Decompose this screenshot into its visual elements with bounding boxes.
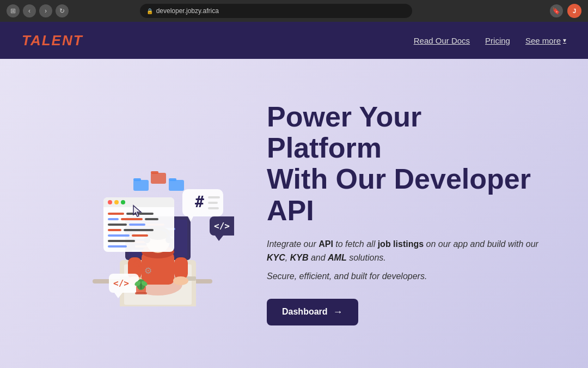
browser-right-controls: 🔖 J — [550, 4, 581, 18]
svg-point-29 — [121, 200, 125, 204]
hero-tagline: Secure, efficient, and built for develop… — [267, 272, 539, 281]
hero-content: Power Your Platform With Our Developer A… — [267, 101, 539, 325]
lock-icon: 🔒 — [146, 8, 153, 14]
svg-rect-34 — [145, 218, 158, 220]
logo[interactable]: TALENT — [22, 32, 83, 49]
svg-rect-30 — [108, 213, 124, 215]
hero-section: # </> </> ⚙ ⚙ — [0, 59, 588, 368]
svg-rect-40 — [132, 234, 148, 237]
hero-description: Integrate our API to fetch all job listi… — [267, 237, 539, 265]
chevron-down-icon: ▾ — [563, 37, 566, 44]
browser-chrome: ⊞ ‹ › ↻ 🔒 developer.jobzy.africa 🔖 J — [0, 0, 588, 22]
reload-button[interactable]: ↻ — [56, 4, 69, 17]
svg-point-28 — [114, 200, 119, 204]
dashboard-button[interactable]: Dashboard → — [267, 299, 358, 325]
svg-rect-33 — [121, 218, 143, 220]
svg-marker-54 — [215, 236, 223, 241]
dashboard-label: Dashboard — [282, 307, 328, 317]
see-more-link[interactable]: See more ▾ — [525, 36, 566, 45]
svg-rect-21 — [174, 257, 188, 279]
svg-rect-45 — [208, 196, 220, 198]
svg-text:⚙: ⚙ — [144, 266, 152, 275]
svg-point-23 — [173, 276, 188, 285]
forward-button[interactable]: › — [39, 4, 52, 17]
navbar: TALENT Read Our Docs Pricing See more ▾ — [0, 22, 588, 59]
svg-rect-68 — [169, 178, 176, 181]
svg-rect-47 — [208, 207, 219, 209]
svg-text:⚙: ⚙ — [132, 256, 143, 270]
svg-rect-65 — [151, 173, 166, 184]
svg-text:</>: </> — [113, 278, 129, 288]
svg-text:</>: </> — [214, 221, 230, 231]
svg-rect-39 — [108, 234, 130, 237]
svg-rect-46 — [208, 202, 218, 204]
hero-title: Power Your Platform With Our Developer A… — [267, 101, 539, 226]
arrow-right-icon: → — [333, 306, 343, 318]
svg-rect-67 — [169, 180, 184, 191]
svg-rect-58 — [135, 292, 147, 294]
svg-rect-32 — [108, 218, 119, 220]
svg-text:#: # — [195, 193, 204, 211]
bookmark-button[interactable]: 🔖 — [550, 4, 563, 17]
svg-rect-35 — [108, 224, 127, 226]
svg-rect-31 — [126, 213, 154, 215]
svg-rect-26 — [103, 203, 174, 207]
read-docs-link[interactable]: Read Our Docs — [414, 36, 470, 45]
hero-illustration: # </> </> ⚙ ⚙ — [49, 121, 234, 306]
browser-controls: ⊞ ‹ › ↻ — [7, 4, 69, 17]
url-text: developer.jobzy.africa — [156, 7, 219, 15]
svg-rect-42 — [108, 245, 127, 248]
back-button[interactable]: ‹ — [23, 4, 36, 17]
nav-links: Read Our Docs Pricing See more ▾ — [414, 36, 566, 45]
pricing-link[interactable]: Pricing — [485, 36, 510, 45]
avatar[interactable]: J — [567, 4, 581, 18]
svg-rect-63 — [133, 180, 149, 191]
svg-rect-64 — [133, 178, 141, 181]
svg-rect-38 — [124, 229, 154, 231]
svg-rect-36 — [129, 224, 145, 226]
sidebar-toggle-button[interactable]: ⊞ — [7, 4, 20, 17]
svg-point-27 — [108, 200, 112, 204]
address-bar[interactable]: 🔒 developer.jobzy.africa — [140, 4, 412, 18]
svg-rect-41 — [108, 240, 135, 242]
page: TALENT Read Our Docs Pricing See more ▾ — [0, 22, 588, 368]
svg-rect-37 — [108, 229, 121, 231]
svg-rect-66 — [151, 171, 158, 174]
